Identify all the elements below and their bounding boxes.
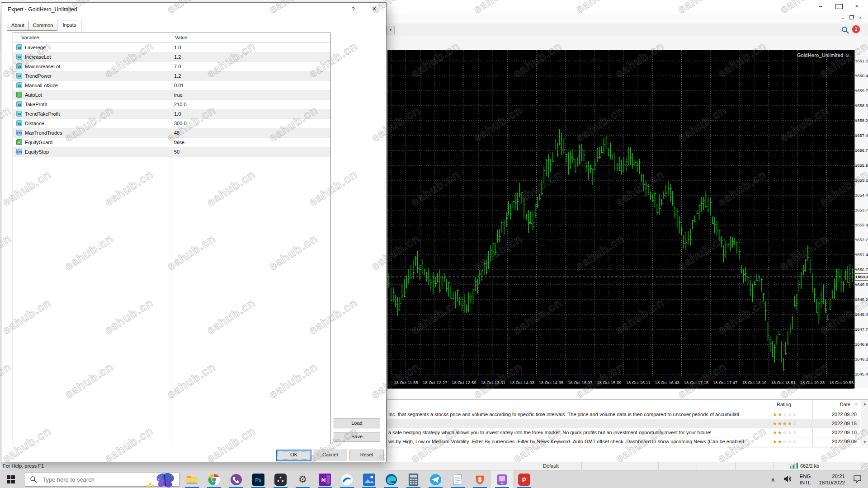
param-row-AutoLot[interactable]: ~AutoLottrue [13,90,330,100]
variable-column-header[interactable]: Variable [21,35,39,40]
param-value[interactable]: false [174,138,184,147]
param-row-ManualLotSize[interactable]: VaManualLotSize0.01 [13,81,330,90]
param-row-EquityStop[interactable]: 123EquityStop50 [13,147,330,157]
start-button[interactable] [0,470,22,488]
sort-icon[interactable]: ▽ [855,402,858,406]
close-button[interactable]: × [854,3,860,10]
star-icon[interactable]: ★ [773,421,778,426]
param-row-MaxIncreaseLot[interactable]: VaMaxIncreaseLot7.0 [13,62,330,71]
taskbar-viber-icon[interactable] [225,470,247,488]
star-icon[interactable]: ☆ [783,439,788,444]
taskbar-arc-browser-icon[interactable] [336,470,358,488]
notification-badge[interactable]: 1 [852,25,860,33]
star-icon[interactable]: ★ [778,412,783,417]
rating-stars[interactable]: ★★☆☆☆ [773,410,812,419]
star-icon[interactable]: ☆ [793,430,797,435]
dialog-help-button[interactable]: ? [349,6,357,13]
taskbar-photos-icon[interactable] [358,470,380,488]
star-icon[interactable]: ☆ [783,430,788,435]
dialog-titlebar[interactable]: Expert - GoldHero_Unlimited ? × [1,3,386,16]
dialog-close-button[interactable]: × [370,5,379,13]
taskbar-chrome-icon[interactable] [203,470,225,488]
star-icon[interactable]: ★★ [778,428,783,437]
scroll-down-icon[interactable]: ▼ [861,440,868,444]
param-row-EquityGuard[interactable]: ~EquityGuardfalse [13,138,330,147]
tab-common[interactable]: Common [28,21,58,31]
rating-stars[interactable]: ★★★★☆ [773,419,812,428]
rating-stars[interactable]: ★★★☆☆☆ [773,428,812,437]
param-row-Laverege[interactable]: VaLaverege1.0 [13,43,330,52]
param-value[interactable]: 1.2 [174,71,181,80]
param-row-TrendPower[interactable]: VaTrendPower1.2 [13,71,330,81]
review-row[interactable]: ws by High, Low or Medium Volatility -Fi… [387,437,860,446]
param-value[interactable]: 210.0 [174,100,187,109]
star-icon[interactable]: ☆ [793,421,797,426]
taskbar-settings-icon[interactable]: ⚙ [292,470,314,488]
param-value[interactable]: 0.01 [174,81,184,90]
star-icon[interactable]: ☆ [788,412,793,417]
taskbar-calculator-icon[interactable] [402,470,425,488]
star-icon[interactable]: ☆ [783,412,788,417]
review-row[interactable]: ★★★★☆2022.09.15 [387,419,860,428]
param-value[interactable]: 1.0 [174,43,181,52]
review-row[interactable]: a safe hedging strategy which allows you… [387,428,860,437]
speaker-icon[interactable] [783,475,792,484]
resize-grip[interactable] [861,463,868,470]
param-row-IncreaseLot[interactable]: VaIncreaseLot1.2 [13,52,330,62]
reset-button[interactable]: Reset [349,450,384,460]
price-axis[interactable]: 1661.201660.451659.701658.951658.201657.… [854,50,868,388]
toolbar-dropdown-button[interactable]: ▾ [387,26,395,34]
taskbar-edge-icon[interactable] [380,470,402,488]
param-value[interactable]: 300.0 [174,119,187,128]
action-center-icon[interactable] [853,475,862,484]
param-value[interactable]: 48 [174,128,179,137]
taskbar-file-explorer-icon[interactable] [181,470,203,488]
param-value[interactable]: 1.2 [174,52,181,61]
search-input[interactable] [42,474,129,485]
taskbar-photoshop-icon[interactable]: Ps [247,470,269,488]
value-column-header[interactable]: Value [175,35,187,40]
star-icon[interactable]: ★ [778,439,783,444]
chart-minimize-button[interactable]: – [842,15,844,20]
star-icon[interactable]: ★ [778,421,783,426]
taskbar-notepad-icon[interactable] [447,470,469,488]
param-row-TrendTakeProfit[interactable]: VaTrendTakeProfit1.0 [13,109,330,119]
star-icon[interactable]: ☆ [793,439,797,444]
star-icon[interactable]: ★ [773,412,778,417]
load-button[interactable]: Load [334,418,380,428]
scroll-up-icon[interactable]: ▲ [861,400,868,406]
rating-column-header[interactable]: Rating [777,402,791,407]
status-profile[interactable]: Default [540,462,582,470]
dialog-resize-grip[interactable] [379,455,385,460]
search-icon[interactable] [841,26,849,34]
tab-about[interactable]: About [7,21,29,31]
language-indicator[interactable]: ENG INTL [800,473,811,486]
param-row-Distance[interactable]: VaDistance300.0 [13,119,330,128]
maximize-button[interactable] [835,3,842,10]
tray-chevron-icon[interactable]: ∧ [771,476,775,483]
time-axis[interactable]: 18 Oct 11:5518 Oct 12:2718 Oct 12:5918 O… [387,377,854,389]
save-button[interactable]: Save [334,432,380,442]
chart-restore-button[interactable] [849,15,854,20]
review-row[interactable]: Inc. that segments a stocks price and vo… [387,410,860,419]
ok-button[interactable]: OK [276,450,311,461]
chart-plot-area[interactable]: GoldHero_Unlimited ☺ 18 Oct 11:5518 Oct … [387,50,854,389]
tab-inputs[interactable]: Inputs [57,20,81,31]
chart-close-button[interactable]: × [859,15,862,20]
minimize-button[interactable]: – [817,3,824,10]
clock[interactable]: 20:21 18/10/2022 [819,473,845,486]
star-icon[interactable]: ☆ [793,412,797,417]
param-row-TakeProfit[interactable]: VaTakeProfit210.0 [13,100,330,109]
param-value[interactable]: 1.0 [174,109,181,118]
star-icon[interactable]: ★ [783,421,788,426]
star-icon[interactable]: ★ [773,430,778,435]
star-icon[interactable]: ☆ [788,439,793,444]
star-icon[interactable]: ★ [773,439,778,444]
date-column-header[interactable]: Date [840,402,850,407]
rating-stars[interactable]: ★★☆☆☆ [773,437,812,446]
taskbar-brave-icon[interactable] [469,470,491,488]
reviews-scrollbar[interactable]: ▲ ▼ [861,400,868,446]
taskbar-search[interactable] [25,473,179,487]
star-icon[interactable]: ★ [788,421,793,426]
param-value[interactable]: true [174,90,183,99]
